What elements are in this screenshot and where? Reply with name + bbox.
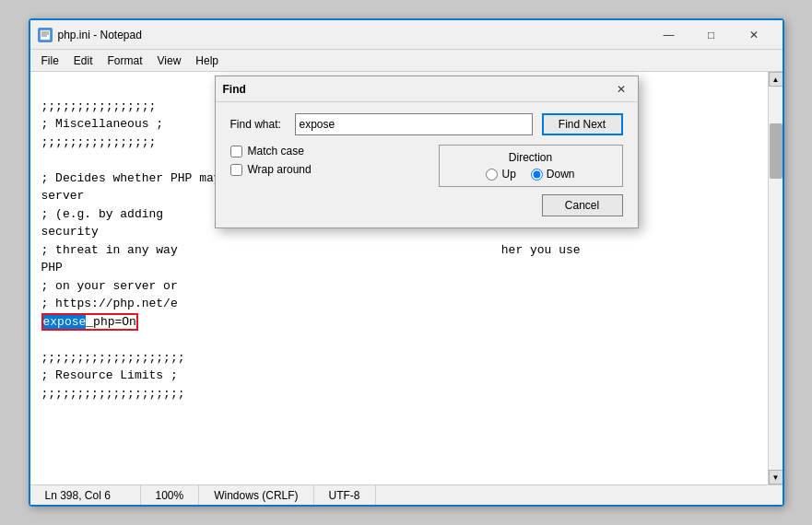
expose-highlight: expose (43, 315, 87, 329)
direction-up[interactable]: Up (486, 168, 515, 181)
find-right-options: Direction Up Down Cancel (439, 145, 623, 216)
wrap-around-label: Wrap around (248, 163, 312, 176)
title-bar: php.ini - Notepad — □ ✕ (30, 20, 783, 50)
menu-bar: File Edit Format View Help (30, 50, 783, 72)
menu-file[interactable]: File (34, 52, 66, 69)
direction-down-label: Down (547, 168, 575, 181)
direction-label: Direction (451, 151, 611, 164)
maximize-button[interactable]: □ (690, 20, 733, 50)
status-line-ending: Windows (CRLF) (199, 485, 313, 505)
status-bar: Ln 398, Col 6 100% Windows (CRLF) UTF-8 (30, 484, 783, 505)
scroll-down-button[interactable]: ▼ (769, 470, 783, 484)
find-next-button[interactable]: Find Next (542, 113, 623, 135)
app-icon (38, 28, 53, 42)
window-controls: — □ ✕ (648, 20, 775, 50)
match-case-checkbox[interactable]: Match case (230, 145, 439, 158)
menu-help[interactable]: Help (188, 52, 226, 69)
direction-down-radio[interactable] (531, 169, 543, 181)
minimize-button[interactable]: — (648, 20, 690, 50)
scroll-track[interactable] (769, 87, 783, 470)
find-what-input[interactable] (295, 113, 533, 135)
menu-format[interactable]: Format (100, 52, 150, 69)
find-close-button[interactable]: ✕ (612, 80, 630, 99)
find-what-label: Find what: (230, 118, 295, 131)
find-options: Match case Wrap around Direction Up (230, 145, 623, 216)
highlighted-line: expose_php=On (41, 313, 138, 331)
scroll-up-button[interactable]: ▲ (769, 72, 783, 87)
status-zoom: 100% (141, 485, 200, 505)
main-window: php.ini - Notepad — □ ✕ File Edit Format… (29, 18, 784, 507)
direction-up-label: Up (501, 168, 515, 181)
direction-radios: Up Down (451, 168, 611, 181)
match-case-input[interactable] (230, 146, 242, 158)
close-button[interactable]: ✕ (733, 20, 775, 50)
find-body: Find what: Find Next Match case Wrap aro… (216, 102, 638, 228)
status-position: Ln 398, Col 6 (30, 485, 141, 505)
scroll-thumb[interactable] (770, 123, 783, 179)
menu-edit[interactable]: Edit (66, 52, 100, 69)
cancel-button[interactable]: Cancel (542, 194, 623, 216)
vertical-scrollbar[interactable]: ▲ ▼ (768, 72, 783, 484)
direction-down[interactable]: Down (531, 168, 575, 181)
menu-view[interactable]: View (150, 52, 189, 69)
wrap-around-checkbox[interactable]: Wrap around (230, 163, 439, 176)
find-left-options: Match case Wrap around (230, 145, 439, 216)
status-encoding: UTF-8 (314, 485, 376, 505)
svg-rect-0 (41, 30, 50, 40)
direction-group: Direction Up Down (439, 145, 623, 187)
wrap-around-input[interactable] (230, 164, 242, 176)
window-title: php.ini - Notepad (58, 29, 648, 41)
match-case-label: Match case (248, 145, 304, 158)
find-dialog: Find ✕ Find what: Find Next Match case W… (215, 76, 639, 228)
find-what-row: Find what: Find Next (230, 113, 623, 135)
find-dialog-title: Find (223, 83, 612, 96)
find-title-bar: Find ✕ (216, 76, 638, 102)
direction-up-radio[interactable] (486, 169, 498, 181)
